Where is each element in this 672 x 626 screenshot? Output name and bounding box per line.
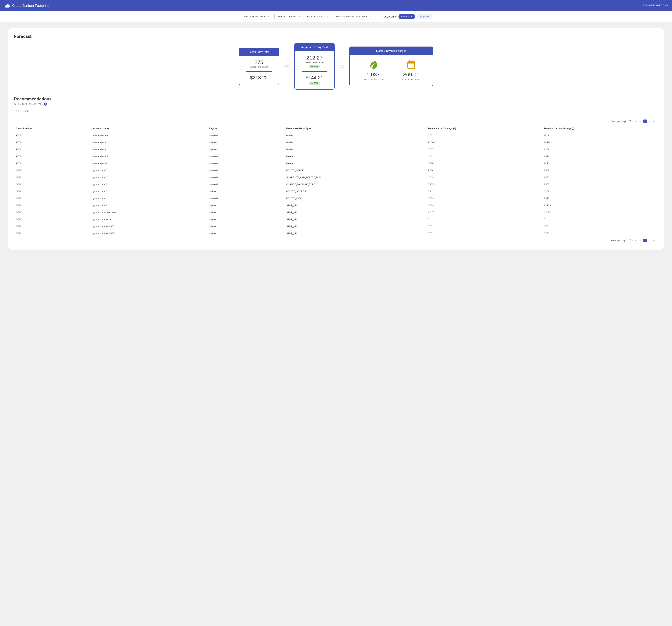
- table-cell: us-west-2: [207, 153, 284, 160]
- page-next-button[interactable]: ›: [648, 239, 650, 242]
- table-row[interactable]: GCPgcp account 4us-west2DELETE_DISK8.359…: [14, 195, 658, 202]
- col-account-name[interactable]: Account Name: [91, 125, 207, 132]
- table-row[interactable]: GCPgcp account at 0.002us-east1STOP_VM0.…: [14, 230, 658, 237]
- table-cell: 14.929: [542, 202, 658, 209]
- table-cell: Delete: [285, 160, 426, 167]
- co2-reduction-badge: 23%: [309, 65, 319, 68]
- table-cell: 4.442: [426, 153, 542, 160]
- table-cell: gcp account 3: [91, 188, 207, 195]
- cost-value: $144.21: [297, 75, 332, 80]
- filter-regions[interactable]: Regions: 9 of 9▼: [305, 14, 331, 19]
- page-number[interactable]: 1: [643, 120, 647, 123]
- date-range: Oct 29, 2021 - Nov 11, 2021: [14, 103, 43, 105]
- table-cell: GCP: [14, 181, 91, 188]
- page-last-button[interactable]: ⏭: [652, 120, 655, 123]
- table-row[interactable]: GCPgcp account at zerous-east1STOP_VM00: [14, 216, 658, 223]
- table-cell: 11.972: [542, 160, 658, 167]
- table-cell: DELETE_ADDRESS: [285, 188, 426, 195]
- filter-cloud-providers[interactable]: Cloud Providers: 3 of 3▼: [240, 14, 272, 19]
- table-cell: GCP: [14, 223, 91, 230]
- table-cell: 0.002: [426, 230, 542, 237]
- rows-per-page-select[interactable]: 25 ▾: [628, 120, 633, 123]
- nav-recommendations[interactable]: RECOMMENDATIONS: [643, 4, 668, 7]
- table-cell: Modify: [285, 132, 426, 139]
- filter-accounts[interactable]: Accounts: 19 of 19▼: [274, 14, 303, 19]
- table-cell: GCP: [14, 230, 91, 237]
- filter-recommendation-types[interactable]: Recommendation Types: 8 of 8▼: [334, 14, 374, 19]
- unit-kilograms[interactable]: kilograms: [417, 14, 432, 19]
- col-cost-savings[interactable]: Potential Cost Savings ($): [426, 125, 542, 132]
- table-cell: 0.001: [542, 223, 658, 230]
- table-cell: aws account 4: [91, 160, 207, 167]
- table-cell: gcp account near zero: [91, 209, 207, 216]
- chevron-down-icon: ▼: [327, 16, 329, 18]
- table-row[interactable]: GCPgcp account 3us-east2DELETE_ADDRESS5.…: [14, 188, 658, 195]
- table-cell: GCP: [14, 209, 91, 216]
- table-row[interactable]: GCPgcp account 0us-west1DELETE_IMAGE1.31…: [14, 167, 658, 174]
- table-row[interactable]: GCPgcp account 2us-west1CHANGE_MACHINE_T…: [14, 181, 658, 188]
- page-prev-button[interactable]: ‹: [640, 239, 642, 242]
- page-first-button[interactable]: ⏮: [634, 239, 638, 242]
- table-cell: gcp account 0: [91, 167, 207, 174]
- table-row[interactable]: AWSaws account 1us-east-2Modify13.50611.…: [14, 139, 658, 146]
- table-cell: GCP: [14, 202, 91, 209]
- table-cell: us-east1: [207, 216, 284, 223]
- svg-rect-8: [412, 61, 413, 63]
- page-last-button[interactable]: ⏭: [652, 239, 655, 242]
- page-prev-button[interactable]: ‹: [640, 120, 642, 123]
- table-cell: us-east-1: [207, 146, 284, 153]
- co2-unit: Metric Tons CO2e: [242, 66, 276, 68]
- page-number[interactable]: 1: [643, 239, 647, 242]
- units-label: CO2e Units: [383, 15, 397, 18]
- table-row[interactable]: GCPgcp account near zerous-east1STOP_VM<…: [14, 209, 658, 216]
- arrow-right-icon: [283, 63, 290, 70]
- col-cloud-provider[interactable]: Cloud Provider: [14, 125, 91, 132]
- page-first-button[interactable]: ⏮: [634, 120, 638, 123]
- rows-per-page-select[interactable]: 25 ▾: [628, 239, 633, 242]
- col-recommendation-type[interactable]: Recommendation Type: [285, 125, 426, 132]
- table-row[interactable]: AWSaws account 2us-east-1Modify5.6671.28…: [14, 146, 658, 153]
- table-cell: 5.667: [426, 146, 542, 153]
- table-cell: aws account 0: [91, 132, 207, 139]
- table-cell: gcp account 1: [91, 174, 207, 181]
- table-cell: 1.803: [542, 174, 658, 181]
- table-cell: us-east1: [207, 223, 284, 230]
- table-toolbar-bottom: Rows per page: 25 ▾ ⏮ ‹ 1 › ⏭: [14, 237, 658, 244]
- chevron-down-icon: ▼: [268, 16, 270, 18]
- table-row[interactable]: AWSaws account 0us-west-1Modify3.61111.4…: [14, 132, 658, 139]
- table-cell: 11.492: [542, 132, 658, 139]
- col-carbon-savings[interactable]: Potential Carbon Savings (t): [542, 125, 658, 132]
- table-cell: gcp account 2: [91, 202, 207, 209]
- table-cell: 8.409: [426, 202, 542, 209]
- table-cell: Modify: [285, 146, 426, 153]
- search-input[interactable]: [21, 110, 131, 113]
- trees-label: Tree seedlings grown: [362, 78, 384, 81]
- table-cell: 2.855: [542, 181, 658, 188]
- table-row[interactable]: AWSaws account 3us-west-2Delete4.4421.89…: [14, 153, 658, 160]
- table-row[interactable]: GCPgcp account 2us-east1STOP_VM8.40914.9…: [14, 202, 658, 209]
- calendar-icon: [406, 60, 416, 69]
- equals-icon: [339, 63, 345, 69]
- recommendations-title: Recommendations: [14, 97, 658, 101]
- filter-bar: Cloud Providers: 3 of 3▼ Accounts: 19 of…: [0, 11, 672, 22]
- table-toolbar-top: Rows per page: 25 ▾ ⏮ ‹ 1 › ⏭: [14, 118, 658, 125]
- unit-metric-tons[interactable]: metric tons: [399, 14, 415, 19]
- card-header: Projected 30 Day Total: [295, 43, 334, 51]
- cost-value: $213.22: [242, 75, 276, 80]
- search-box[interactable]: [14, 108, 133, 114]
- help-icon[interactable]: ?: [44, 102, 47, 106]
- page-next-button[interactable]: ›: [648, 120, 650, 123]
- table-row[interactable]: GCPgcp account at 0.001us-east1STOP_VM0.…: [14, 223, 658, 230]
- co2-unit: Metric Tons CO2e: [297, 61, 332, 64]
- table-cell: AWS: [14, 132, 91, 139]
- table-cell: aws account 2: [91, 146, 207, 153]
- table-cell: us-east-2: [207, 139, 284, 146]
- col-region[interactable]: Region: [207, 125, 284, 132]
- table-row[interactable]: GCPgcp account 1us-west1SNAPSHOT_AND_DEL…: [14, 174, 658, 181]
- table-cell: STOP_VM: [285, 230, 426, 237]
- table-cell: GCP: [14, 174, 91, 181]
- card-last-30-days: Last 30 Day Total 275 Metric Tons CO2e $…: [239, 48, 279, 85]
- table-row[interactable]: AWSaws account 4us-west-1Delete5.78811.9…: [14, 160, 658, 167]
- table-cell: us-west2: [207, 195, 284, 202]
- table-cell: us-east1: [207, 209, 284, 216]
